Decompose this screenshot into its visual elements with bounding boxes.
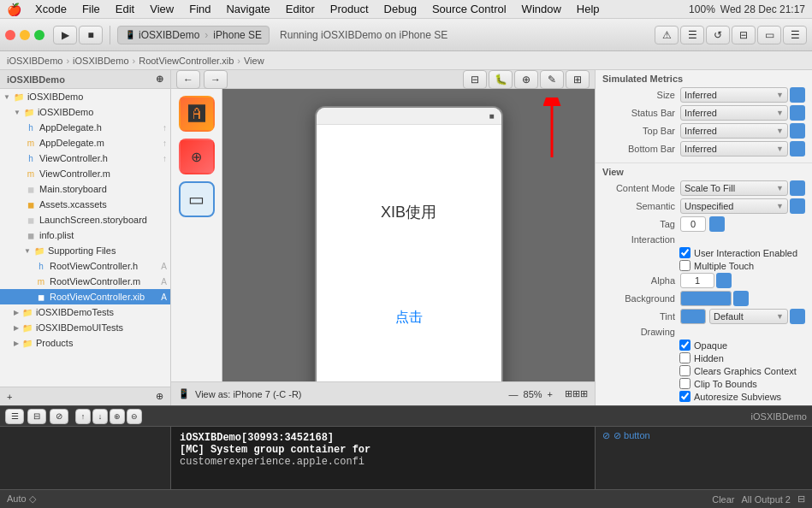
apple-menu[interactable]: 🍎 bbox=[7, 3, 21, 16]
cm-btn[interactable] bbox=[790, 180, 805, 196]
bottom-bar-dropdown[interactable]: Inferred ▼ bbox=[680, 141, 788, 157]
menu-editor[interactable]: Editor bbox=[279, 1, 322, 17]
bottom-toggle-btn[interactable]: ☰ bbox=[5, 409, 24, 424]
size-dropdown[interactable]: Inferred ▼ bbox=[680, 87, 788, 103]
breadcrumb-item-1[interactable]: iOSXIBDemo bbox=[7, 56, 62, 66]
autoresize-checkbox[interactable] bbox=[679, 391, 690, 402]
size-btn[interactable] bbox=[790, 87, 805, 103]
menu-file[interactable]: File bbox=[75, 1, 107, 17]
tag-btn[interactable] bbox=[709, 216, 725, 232]
bottom-nav-2[interactable]: ↓ bbox=[92, 409, 108, 424]
sidebar-filter-icon[interactable]: ⊕ bbox=[156, 74, 163, 85]
bottom-bar-btn[interactable] bbox=[790, 141, 805, 157]
sidebar-item-main-storyboard[interactable]: ◼ Main.storyboard bbox=[0, 181, 170, 197]
sidebar-item-viewcontroller-h[interactable]: h ViewController.h ↑ bbox=[0, 151, 170, 166]
breadcrumb-item-2[interactable]: iOSXIBDemo bbox=[73, 56, 128, 66]
clears-checkbox[interactable] bbox=[679, 365, 690, 376]
menu-find[interactable]: Find bbox=[182, 1, 217, 17]
canvas-editor-btn[interactable]: ✎ bbox=[540, 70, 564, 89]
sidebar-item-supporting[interactable]: ▼ 📁 Supporting Files bbox=[0, 243, 170, 258]
sidebar-item-uitests[interactable]: ▶ 📁 iOSXIBDemoUITests bbox=[0, 320, 170, 335]
hidden-checkbox[interactable] bbox=[679, 352, 690, 363]
forward-btn[interactable]: → bbox=[204, 70, 228, 89]
sidebar-item-root[interactable]: ▼ 📁 iOSXIBDemo bbox=[0, 89, 170, 104]
sidebar-item-viewcontroller-m[interactable]: m ViewController.m bbox=[0, 166, 170, 181]
sidebar-footer-icon[interactable]: + bbox=[7, 392, 12, 402]
run-button[interactable]: ▶ bbox=[53, 26, 77, 44]
tint-dropdown[interactable]: Default ▼ bbox=[709, 309, 788, 324]
object-icon-1[interactable]: 🅰 bbox=[179, 96, 215, 132]
menu-view[interactable]: View bbox=[143, 1, 181, 17]
multiple-touch-checkbox[interactable] bbox=[679, 260, 690, 271]
toggle-split-btn[interactable]: ⊟ bbox=[732, 26, 756, 44]
sidebar-footer-filter[interactable]: ⊕ bbox=[156, 391, 163, 402]
breadcrumb-item-4[interactable]: View bbox=[244, 56, 264, 66]
status-bar-dropdown[interactable]: Inferred ▼ bbox=[680, 105, 788, 121]
breadcrumb-item-3[interactable]: RootViewController.xib bbox=[139, 56, 234, 66]
bottom-btn-label[interactable]: ⊘ ⊘ button bbox=[596, 427, 812, 445]
top-bar-dropdown[interactable]: Inferred ▼ bbox=[680, 123, 788, 139]
clip-checkbox[interactable] bbox=[679, 378, 690, 389]
minimize-button[interactable] bbox=[20, 30, 30, 40]
sidebar-item-launchscreen[interactable]: ◼ LaunchScreen.storyboard bbox=[0, 212, 170, 227]
bottom-clear-btn[interactable]: ⊘ bbox=[50, 409, 68, 424]
toggle-right-btn[interactable]: ▭ bbox=[757, 26, 781, 44]
stop-button[interactable]: ■ bbox=[79, 26, 103, 44]
bottom-filter-btn[interactable]: ⊟ bbox=[27, 409, 46, 424]
sidebar-item-infoplist[interactable]: ◼ info.plist bbox=[0, 227, 170, 243]
canvas-align-btn[interactable]: ⊟ bbox=[463, 70, 487, 89]
bottom-nav-3[interactable]: ⊕ bbox=[110, 409, 125, 424]
status-output[interactable]: All Output 2 bbox=[742, 494, 791, 505]
status-clear[interactable]: Clear bbox=[712, 494, 734, 505]
object-icon-3[interactable]: ▭ bbox=[179, 181, 215, 217]
warning-button[interactable]: ⚠ bbox=[655, 26, 679, 44]
menu-debug[interactable]: Debug bbox=[377, 1, 424, 17]
sem-btn[interactable] bbox=[790, 198, 805, 214]
toggle-left-btn[interactable]: ☰ bbox=[680, 26, 704, 44]
menu-xcode[interactable]: Xcode bbox=[28, 1, 74, 17]
tint-btn[interactable] bbox=[790, 309, 805, 324]
top-bar-btn[interactable] bbox=[790, 123, 805, 139]
object-icon-2[interactable]: ⊕ bbox=[179, 139, 215, 174]
bg-btn[interactable] bbox=[733, 291, 749, 306]
status-bar-btn[interactable] bbox=[790, 105, 805, 121]
sidebar-item-rootvc-h[interactable]: h RootViewController.h A bbox=[0, 258, 170, 274]
sidebar-item-products[interactable]: ▶ 📁 Products bbox=[0, 335, 170, 351]
alpha-btn[interactable] bbox=[716, 273, 732, 288]
menu-source-control[interactable]: Source Control bbox=[425, 1, 513, 17]
canvas-debug-btn[interactable]: 🐛 bbox=[489, 70, 513, 89]
bottom-nav-1[interactable]: ↑ bbox=[75, 409, 91, 424]
sidebar-item-rootvc-m[interactable]: m RootViewController.m A bbox=[0, 274, 170, 289]
tint-swatch[interactable] bbox=[680, 309, 706, 324]
sidebar-item-group[interactable]: ▼ 📁 iOSXIBDemo bbox=[0, 104, 170, 120]
toggle-inspector-btn[interactable]: ☰ bbox=[783, 26, 807, 44]
menu-window[interactable]: Window bbox=[515, 1, 568, 17]
back-btn[interactable]: ← bbox=[176, 70, 200, 89]
toggle-refresh-btn[interactable]: ↺ bbox=[706, 26, 730, 44]
menu-help[interactable]: Help bbox=[570, 1, 607, 17]
opaque-checkbox[interactable] bbox=[679, 340, 690, 351]
sidebar-item-appdelegate-m[interactable]: m AppDelegate.m ↑ bbox=[0, 135, 170, 151]
close-button[interactable] bbox=[5, 30, 15, 40]
alpha-value[interactable]: 1 bbox=[680, 273, 714, 288]
bg-color-swatch[interactable] bbox=[680, 291, 732, 306]
bottom-nav-4[interactable]: ⊖ bbox=[127, 409, 142, 424]
status-filter-icon[interactable]: ⊟ bbox=[797, 493, 805, 505]
menu-edit[interactable]: Edit bbox=[109, 1, 141, 17]
tag-value[interactable]: 0 bbox=[680, 216, 706, 232]
sidebar-item-rootvc-xib[interactable]: ◼ RootViewController.xib A bbox=[0, 289, 170, 304]
user-interaction-checkbox[interactable] bbox=[679, 247, 690, 258]
sidebar-item-assets[interactable]: ◼ Assets.xcassets bbox=[0, 197, 170, 212]
click-btn[interactable]: 点击 bbox=[395, 309, 423, 327]
maximize-button[interactable] bbox=[34, 30, 44, 40]
menu-navigate[interactable]: Navigate bbox=[219, 1, 276, 17]
sidebar-item-appdelegate-h[interactable]: h AppDelegate.h ↑ bbox=[0, 120, 170, 135]
canvas-assistant-btn[interactable]: ⊕ bbox=[514, 70, 538, 89]
content-mode-dropdown[interactable]: Scale To Fill ▼ bbox=[680, 180, 788, 196]
canvas-view[interactable]: ■ XIB使用 点击 bbox=[222, 89, 595, 381]
menu-product[interactable]: Product bbox=[323, 1, 376, 17]
semantic-dropdown[interactable]: Unspecified ▼ bbox=[680, 198, 788, 214]
zoom-plus[interactable]: + bbox=[548, 389, 553, 399]
canvas-zoom-btn[interactable]: ⊞ bbox=[566, 70, 590, 89]
sidebar-item-tests[interactable]: ▶ 📁 iOSXIBDemoTests bbox=[0, 304, 170, 320]
